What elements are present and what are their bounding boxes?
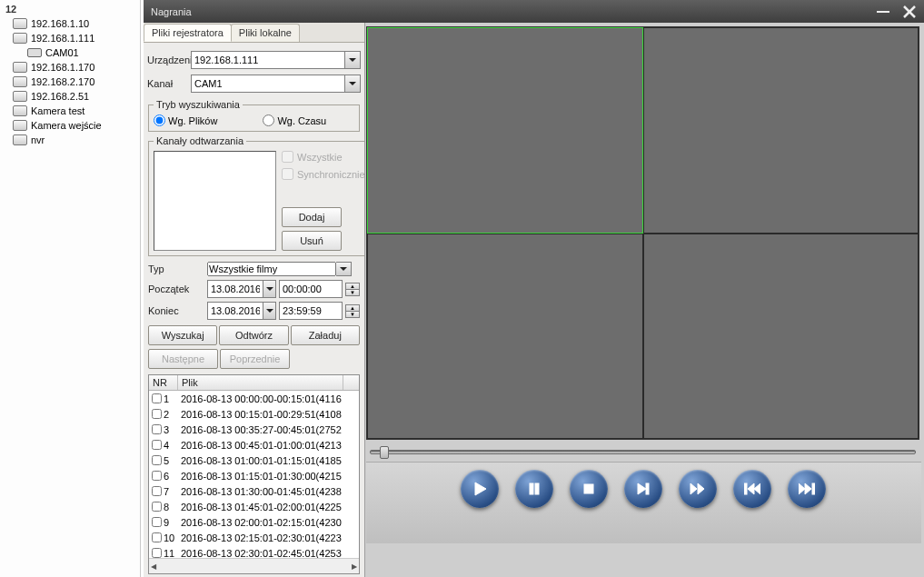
col-file-header[interactable]: Plik <box>178 375 343 390</box>
playback-controls <box>366 463 919 513</box>
start-date-dropdown[interactable] <box>263 280 276 298</box>
video-cell-4[interactable] <box>643 234 919 440</box>
tree-item[interactable]: nvr <box>0 133 140 147</box>
row-checkbox[interactable] <box>152 440 162 450</box>
tree-item[interactable]: 192.168.1.10 <box>0 16 140 31</box>
play-button[interactable]: Odtwórz <box>219 325 288 345</box>
tree-item[interactable]: 192.168.2.51 <box>0 89 140 104</box>
tree-item-label: 192.168.1.10 <box>31 18 89 29</box>
pause-icon[interactable] <box>515 470 553 508</box>
tree-item-label: 192.168.1.170 <box>31 62 94 73</box>
end-time-spinner[interactable]: ▲▼ <box>345 304 360 318</box>
row-nr: 11 <box>164 548 174 559</box>
table-row[interactable]: 62016-08-13 01:15:01-01:30:00(4215 <box>149 468 359 483</box>
tree-item[interactable]: 192.168.1.111 <box>0 31 140 45</box>
step-forward-icon[interactable] <box>624 470 662 508</box>
search-panel: Pliki rejestratora Pliki lokalne Urządze… <box>144 23 365 577</box>
table-row[interactable]: 22016-08-13 00:15:01-00:29:51(4108 <box>149 406 359 422</box>
timeline-handle[interactable] <box>380 446 389 459</box>
row-checkbox[interactable] <box>152 455 162 465</box>
row-checkbox[interactable] <box>152 532 162 542</box>
svg-marker-9 <box>691 483 697 494</box>
type-dropdown-btn[interactable] <box>336 262 352 276</box>
table-row[interactable]: 82016-08-13 01:45:01-02:00:01(4225 <box>149 499 359 514</box>
video-cell-1[interactable] <box>367 27 643 234</box>
playback-channels-list[interactable] <box>154 151 276 251</box>
start-date-input[interactable] <box>207 280 263 298</box>
search-mode-fieldset: Tryb wyszukiwania Wg. Plików Wg. Czasu <box>148 99 360 132</box>
row-filename: 2016-08-13 02:15:01-02:30:01(4223 <box>178 532 359 543</box>
file-table-hscroll[interactable]: ◀▶ <box>149 558 359 573</box>
timeline-track[interactable] <box>370 450 916 454</box>
file-table-body[interactable]: 12016-08-13 00:00:00-00:15:01(411622016-… <box>149 391 359 558</box>
row-nr: 5 <box>164 455 169 466</box>
table-row[interactable]: 42016-08-13 00:45:01-01:00:01(4213 <box>149 437 359 453</box>
start-time-input[interactable] <box>279 280 343 298</box>
tree-item[interactable]: 192.168.2.170 <box>0 75 140 89</box>
end-time-input[interactable] <box>279 302 343 320</box>
fast-forward-icon[interactable] <box>679 470 717 508</box>
table-row[interactable]: 102016-08-13 02:15:01-02:30:01(4223 <box>149 530 359 545</box>
prev-button[interactable]: Poprzednie <box>220 349 290 369</box>
play-icon[interactable] <box>461 470 499 508</box>
channel-dropdown-btn[interactable] <box>345 75 361 93</box>
tree-item[interactable]: Kamera test <box>0 104 140 118</box>
row-checkbox[interactable] <box>152 471 162 481</box>
check-all-channels: Wszystkie <box>282 151 365 163</box>
next-button[interactable]: Następne <box>148 349 218 369</box>
radio-by-time[interactable]: Wg. Czasu <box>263 114 326 126</box>
row-checkbox[interactable] <box>152 486 162 496</box>
device-icon <box>13 76 27 87</box>
start-time-spinner[interactable]: ▲▼ <box>345 283 360 296</box>
close-button[interactable] <box>898 3 921 21</box>
titlebar[interactable]: Nagrania <box>144 0 924 23</box>
tab-recorder-files[interactable]: Pliki rejestratora <box>144 24 232 42</box>
col-nr-header[interactable]: NR <box>149 375 178 390</box>
row-nr: 8 <box>164 502 169 512</box>
tree-item-label: nvr <box>31 134 45 145</box>
table-row[interactable]: 32016-08-13 00:35:27-00:45:01(2752 <box>149 422 359 437</box>
stop-icon[interactable] <box>570 470 608 508</box>
load-button[interactable]: Załaduj <box>291 325 360 345</box>
table-row[interactable]: 12016-08-13 00:00:00-00:15:01(4116 <box>149 391 359 406</box>
device-dropdown-btn[interactable] <box>345 51 361 69</box>
table-row[interactable]: 92016-08-13 02:00:01-02:15:01(4230 <box>149 514 359 530</box>
video-cell-3[interactable] <box>367 234 643 440</box>
svg-marker-7 <box>638 483 646 494</box>
row-checkbox[interactable] <box>152 502 162 512</box>
search-button[interactable]: Wyszukaj <box>148 325 217 345</box>
device-icon <box>13 91 27 102</box>
remove-channel-button[interactable]: Usuń <box>282 231 342 251</box>
tree-item-label: Kamera test <box>31 105 84 116</box>
tab-local-files[interactable]: Pliki lokalne <box>231 24 300 42</box>
row-nr: 2 <box>164 409 169 420</box>
add-channel-button[interactable]: Dodaj <box>282 207 342 227</box>
table-row[interactable]: 72016-08-13 01:30:00-01:45:01(4238 <box>149 483 359 499</box>
skip-forward-icon[interactable] <box>788 470 826 508</box>
row-filename: 2016-08-13 01:00:01-01:15:01(4185 <box>178 455 359 466</box>
tree-item[interactable]: CAM01 <box>0 45 140 60</box>
type-select[interactable] <box>207 262 336 276</box>
end-date-dropdown[interactable] <box>263 302 276 320</box>
video-cell-2[interactable] <box>643 27 919 234</box>
radio-by-files[interactable]: Wg. Plików <box>154 114 217 126</box>
skip-back-icon[interactable] <box>733 470 771 508</box>
channel-select[interactable] <box>191 75 345 93</box>
end-date-input[interactable] <box>207 302 263 320</box>
tree-root-label[interactable]: 12 <box>0 2 140 16</box>
radio-by-time-input[interactable] <box>263 114 274 126</box>
device-select[interactable] <box>191 51 345 69</box>
tree-item[interactable]: Kamera wejście <box>0 118 140 133</box>
tree-item[interactable]: 192.168.1.170 <box>0 60 140 75</box>
table-row[interactable]: 112016-08-13 02:30:01-02:45:01(4253 <box>149 545 359 558</box>
row-checkbox[interactable] <box>152 548 162 558</box>
table-row[interactable]: 52016-08-13 01:00:01-01:15:01(4185 <box>149 453 359 468</box>
row-checkbox[interactable] <box>152 393 162 403</box>
device-icon <box>13 18 27 29</box>
minimize-button[interactable] <box>871 3 895 21</box>
radio-by-files-input[interactable] <box>154 114 165 126</box>
svg-marker-14 <box>799 483 805 494</box>
row-checkbox[interactable] <box>152 517 162 527</box>
row-checkbox[interactable] <box>152 424 162 434</box>
row-checkbox[interactable] <box>152 409 162 419</box>
